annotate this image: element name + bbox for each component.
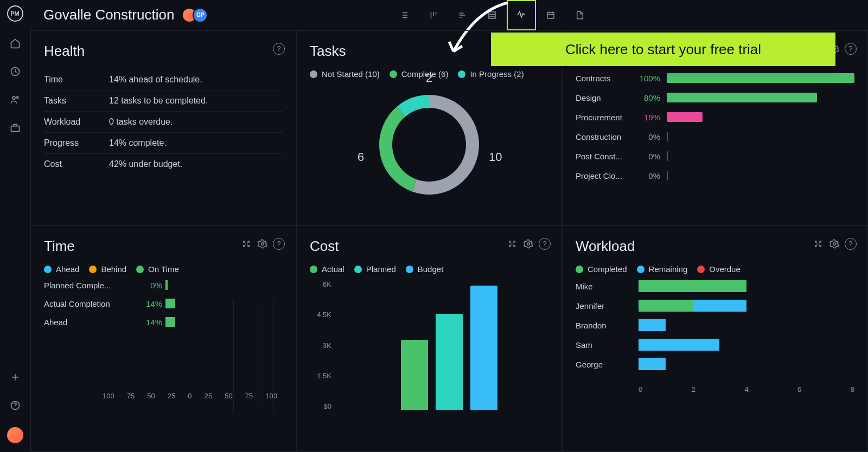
time-bar xyxy=(165,299,175,308)
progress-label: Construction xyxy=(576,132,630,141)
legend-item: On Time xyxy=(136,264,179,274)
progress-pct: 19% xyxy=(636,113,660,122)
board-view-icon[interactable] xyxy=(419,0,448,30)
workload-panel: Workload ? CompletedRemainingOverdue Mik… xyxy=(562,225,868,452)
expand-icon[interactable] xyxy=(240,238,252,250)
legend-label: Overdue xyxy=(709,264,741,274)
legend-item: Budget xyxy=(406,264,444,274)
axis-tick: 25 xyxy=(168,392,175,400)
legend-dot xyxy=(697,266,705,273)
gantt-view-icon[interactable] xyxy=(448,0,477,30)
workload-name: Jennifer xyxy=(576,301,639,311)
workload-name: Mike xyxy=(576,282,639,291)
axis-tick: $0 xyxy=(310,402,331,410)
panel-title: Health xyxy=(44,43,283,60)
workload-row: Jennifer xyxy=(576,300,854,312)
time-label: Ahead xyxy=(44,318,131,327)
legend-item: Planned xyxy=(354,264,396,274)
axis-tick: 6K xyxy=(310,280,331,288)
axis-tick: 6 xyxy=(797,385,801,393)
plus-icon[interactable] xyxy=(9,371,22,384)
health-value: 0 tasks overdue. xyxy=(109,117,173,127)
home-icon[interactable] xyxy=(9,37,22,50)
help-icon[interactable]: ? xyxy=(845,238,857,250)
sheet-view-icon[interactable] xyxy=(477,0,507,30)
help-icon[interactable] xyxy=(9,399,22,412)
legend-label: Planned xyxy=(366,264,396,274)
legend-label: Behind xyxy=(101,264,126,274)
svg-rect-3 xyxy=(11,126,19,132)
progress-pct: 0% xyxy=(636,171,660,180)
help-icon[interactable]: ? xyxy=(845,43,857,55)
help-icon[interactable]: ? xyxy=(539,238,551,250)
member-badge[interactable]: GP xyxy=(193,8,208,23)
svg-point-13 xyxy=(833,243,836,246)
progress-label: Procurement xyxy=(576,113,630,122)
gear-icon[interactable] xyxy=(257,238,269,250)
legend-item: Behind xyxy=(89,264,126,274)
legend-item: Overdue xyxy=(697,264,741,274)
progress-pct: 80% xyxy=(636,93,660,102)
legend-item: Ahead xyxy=(44,264,79,274)
topbar: Govalle Construction GP xyxy=(30,0,868,30)
people-icon[interactable] xyxy=(9,93,22,106)
nav-rail: PM xyxy=(0,0,30,452)
legend-dot xyxy=(310,266,317,273)
axis-tick: 1.5K xyxy=(310,372,331,380)
file-view-icon[interactable] xyxy=(565,0,595,30)
axis-tick: 4.5K xyxy=(310,311,331,319)
briefcase-icon[interactable] xyxy=(9,121,22,134)
progress-pct: 0% xyxy=(636,152,660,161)
legend-item: Actual xyxy=(310,264,344,274)
health-row: Workload0 tasks overdue. xyxy=(44,112,283,133)
progress-pct: 0% xyxy=(636,132,660,141)
axis-tick: 2 xyxy=(692,385,695,393)
legend-dot xyxy=(637,266,644,273)
legend-label: Remaining xyxy=(649,264,688,274)
axis-tick: 8 xyxy=(851,385,854,393)
progress-label: Project Clo... xyxy=(576,171,630,180)
progress-label: Contracts xyxy=(576,74,630,83)
axis-tick: 0 xyxy=(639,385,642,393)
user-avatar[interactable] xyxy=(7,427,23,443)
svg-text:2: 2 xyxy=(426,71,432,85)
expand-icon[interactable] xyxy=(812,238,824,250)
axis-tick: 75 xyxy=(127,392,135,400)
time-pct: 14% xyxy=(131,318,162,327)
workload-bar xyxy=(639,319,854,331)
workload-seg xyxy=(693,300,747,312)
clock-icon[interactable] xyxy=(9,65,22,78)
workload-name: Sam xyxy=(576,340,639,350)
health-label: Time xyxy=(44,75,109,85)
axis-tick: 25 xyxy=(205,392,212,400)
axis-tick: 0 xyxy=(188,392,192,400)
workload-bar xyxy=(639,339,854,351)
svg-point-12 xyxy=(527,243,530,246)
help-icon[interactable]: ? xyxy=(273,43,285,55)
legend-label: Complete (6) xyxy=(401,69,449,79)
health-value: 14% ahead of schedule. xyxy=(109,75,202,85)
legend-dot xyxy=(354,266,362,273)
legend-label: Ahead xyxy=(56,264,79,274)
free-trial-cta[interactable]: Click here to start your free trial xyxy=(491,33,835,66)
progress-bar xyxy=(667,132,854,141)
health-label: Progress xyxy=(44,138,109,148)
project-title: Govalle Construction xyxy=(43,7,174,23)
progress-pct: 100% xyxy=(636,74,660,83)
gear-icon[interactable] xyxy=(522,238,534,250)
progress-label: Design xyxy=(576,93,630,102)
legend-label: Budget xyxy=(418,264,444,274)
help-icon[interactable]: ? xyxy=(273,238,285,250)
expand-icon[interactable] xyxy=(506,238,518,250)
dashboard-view-icon[interactable] xyxy=(507,0,536,30)
app-logo[interactable]: PM xyxy=(7,5,23,22)
progress-row: Project Clo... 0% xyxy=(576,171,854,180)
gear-icon[interactable] xyxy=(828,238,840,250)
progress-row: Design 80% xyxy=(576,93,854,102)
list-view-icon[interactable] xyxy=(390,0,419,30)
progress-bar xyxy=(667,171,854,180)
avatar-group[interactable]: GP xyxy=(182,8,208,23)
time-pct: 0% xyxy=(131,281,162,290)
calendar-view-icon[interactable] xyxy=(536,0,565,30)
legend-dot xyxy=(458,70,465,78)
